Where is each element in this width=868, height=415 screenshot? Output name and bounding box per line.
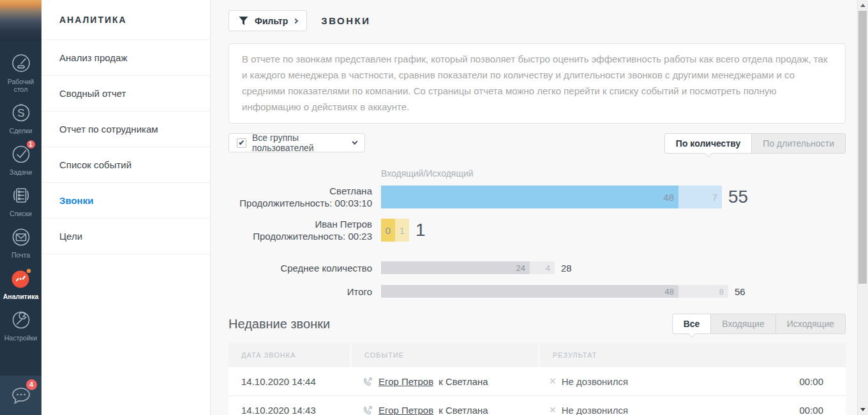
recent-calls-header: Недавние звонки ВсеВходящиеИсходящие [228, 314, 846, 334]
notification-badge: 1 [26, 139, 36, 150]
bar-segment-incoming: 48 [381, 285, 678, 298]
direction-tab-2[interactable]: Входящие [711, 314, 775, 334]
chart-row-4: Итого48856 [228, 285, 846, 298]
chevron-down-icon [352, 138, 357, 144]
tasks-icon: 1 [9, 142, 33, 166]
vertical-scrollbar[interactable] [857, 0, 868, 415]
bar-segment-incoming: 24 [381, 261, 530, 274]
user-groups-dropdown[interactable]: ✔ Все группы пользователей [228, 133, 365, 152]
chat-button[interactable]: 4 [8, 382, 34, 408]
report-description: В отчете по звонкам представлен график, … [228, 43, 846, 124]
dropdown-value: Все группы пользователей [252, 133, 347, 153]
main-content: Фильтр ЗВОНКИ В отчете по звонкам предст… [211, 0, 857, 415]
mode-tab-2[interactable]: По длительности [752, 133, 846, 154]
recent-calls-table: ДАТА ЗВОНКАСОБЫТИЕРЕЗУЛЬТАТ 14.10.2020 1… [228, 343, 846, 415]
bar: 244 [381, 261, 555, 274]
call-duration: 00:00 [799, 405, 823, 415]
bar-total: 56 [735, 286, 745, 297]
chart-row-2: Иван ПетровПродолжительность: 00:23011 [228, 218, 846, 242]
scrollbar-thumb[interactable] [858, 11, 867, 284]
result-text: Не дозвонился [562, 376, 628, 387]
filter-button[interactable]: Фильтр [228, 10, 307, 31]
account-photo [0, 0, 41, 41]
call-date: 14.10.2020 14:43 [228, 405, 350, 415]
column-header-2: СОБЫТИЕ [352, 343, 538, 367]
icon-nav: Рабочий столSСделки1ЗадачиСпискиПочтаАна… [0, 41, 41, 375]
bar-segment-outgoing: 1 [395, 219, 409, 242]
sidebar-item-lists[interactable]: Списки [0, 183, 41, 217]
call-duration: 00:00 [799, 376, 823, 387]
call-date: 14.10.2020 14:44 [228, 376, 350, 387]
call-event: Егор Петровк Светлана [350, 376, 536, 387]
sidebar-item-deals[interactable]: SСделки [0, 100, 41, 135]
sidebar-item-label: Списки [10, 210, 32, 217]
bar-segment-incoming: 0 [381, 219, 395, 242]
direction-tab-1[interactable]: Все [672, 314, 712, 334]
controls-row: ✔ Все группы пользователей По количеству… [228, 133, 846, 154]
sidebar-item-settings[interactable]: Настройки [0, 307, 41, 342]
lists-icon [9, 183, 33, 207]
mode-tab-1[interactable]: По количеству [664, 133, 752, 154]
dashboard-icon [9, 51, 33, 75]
mode-tabs: По количествуПо длительности [664, 133, 846, 154]
bar-total: 1 [415, 220, 426, 240]
menu-item-6[interactable]: Цели [41, 219, 210, 254]
bar-segment-outgoing: 8 [678, 285, 728, 298]
call-target: к Светлана [438, 376, 488, 387]
bar-segment-outgoing: 4 [530, 261, 555, 274]
menu-item-3[interactable]: Отчет по сотрудникам [41, 112, 210, 147]
page-title: ЗВОНКИ [321, 15, 370, 26]
column-header-3: РЕЗУЛЬТАТ [540, 343, 846, 367]
sidebar-item-analytics[interactable]: Аналитика [0, 266, 41, 300]
chat-badge: 4 [25, 378, 38, 391]
svg-text:S: S [17, 107, 24, 119]
recent-calls-title: Недавние звонки [228, 317, 330, 331]
menu-item-5[interactable]: Звонки [41, 183, 210, 219]
caller-link[interactable]: Егор Петров [378, 376, 433, 387]
chart-row-label: Иван ПетровПродолжительность: 00:23 [228, 218, 381, 242]
chart-row-3: Среднее количество24428 [228, 261, 846, 274]
menu-title: АНАЛИТИКА [41, 0, 210, 40]
topbar: Фильтр ЗВОНКИ [228, 10, 846, 31]
bar-total: 55 [728, 187, 748, 207]
sidebar-item-label: Почта [11, 251, 30, 259]
sidebar-item-label: Настройки [4, 334, 38, 342]
checkbox-checked-icon[interactable]: ✔ [237, 138, 246, 148]
caller-link[interactable]: Егор Петров [378, 405, 433, 415]
bar: 487 [381, 186, 722, 208]
table-row[interactable]: 14.10.2020 14:43Егор Петровк Светлана✕Не… [228, 396, 846, 415]
column-header-1: ДАТА ЗВОНКА [228, 343, 350, 367]
sidebar-item-dashboard[interactable]: Рабочий стол [0, 51, 41, 93]
menu-item-2[interactable]: Сводный отчет [41, 76, 210, 112]
call-result: ✕Не дозвонился00:00 [536, 376, 846, 387]
table-row[interactable]: 14.10.2020 14:44Егор Петровк Светлана✕Не… [228, 367, 846, 396]
menu-item-4[interactable]: Список событий [41, 147, 210, 183]
scroll-down-arrow-icon[interactable] [860, 408, 865, 411]
sidebar-item-label: Аналитика [3, 293, 39, 300]
sidebar-item-label: Рабочий стол [0, 78, 41, 93]
chevron-right-icon [293, 18, 298, 23]
direction-tab-3[interactable]: Исходящие [776, 314, 846, 334]
sidebar-item-label: Сделки [10, 127, 33, 135]
settings-icon [9, 307, 33, 331]
missed-call-x-icon: ✕ [549, 405, 557, 415]
icon-sidebar: Рабочий столSСделки1ЗадачиСпискиПочтаАна… [0, 0, 41, 415]
scroll-up-arrow-icon[interactable] [860, 4, 865, 7]
analytics-icon [9, 266, 33, 290]
call-target: к Светлана [438, 405, 488, 415]
mail-icon [9, 224, 33, 249]
filter-label: Фильтр [255, 16, 288, 26]
sidebar-item-tasks[interactable]: 1Задачи [0, 142, 41, 176]
bar: 488 [381, 285, 728, 298]
direction-tabs: ВсеВходящиеИсходящие [672, 314, 846, 334]
outgoing-call-icon [363, 405, 373, 415]
chart-row-label: Итого [228, 286, 381, 298]
sidebar-item-mail[interactable]: Почта [0, 224, 41, 259]
bar-segment-incoming: 48 [381, 186, 678, 208]
funnel-icon [238, 16, 249, 26]
call-result: ✕Не дозвонился00:00 [536, 405, 846, 415]
deals-icon: S [9, 100, 33, 124]
menu-item-1[interactable]: Анализ продаж [41, 40, 210, 76]
menu-items: Анализ продажСводный отчетОтчет по сотру… [41, 40, 210, 254]
sidebar-bottom: 4 [0, 375, 41, 415]
